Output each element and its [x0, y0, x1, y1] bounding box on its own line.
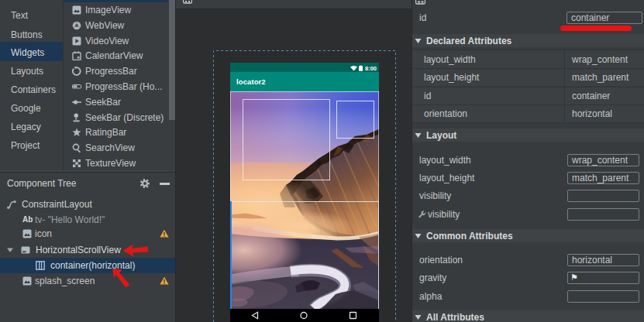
svg-text:8:00: 8:00: [365, 65, 377, 71]
